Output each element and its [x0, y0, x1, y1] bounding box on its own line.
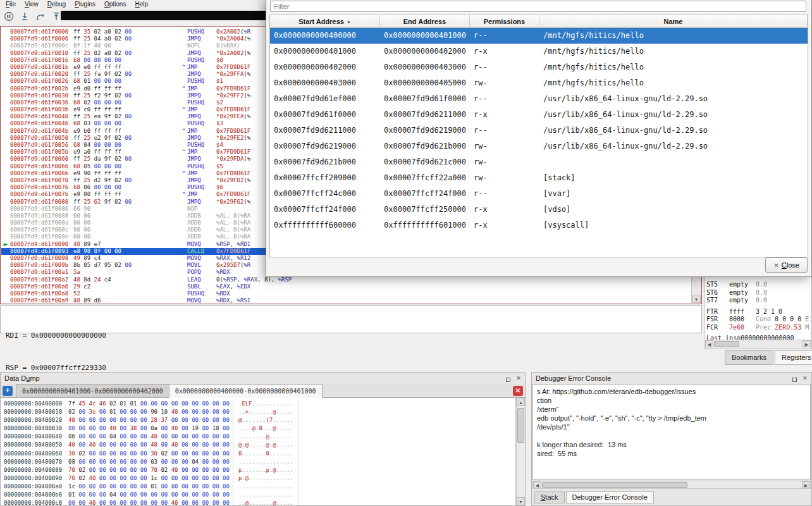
scroll-thumb[interactable]	[542, 482, 687, 488]
dump-tab-0x0000000000401000-0x0000000000402000[interactable]: 0x0000000000401000-0x0000000000402000	[16, 384, 169, 398]
error-console-title: Debugger Error Console	[536, 374, 611, 382]
memory-regions-dialog: Start Address▲End AddressPermissionsName…	[266, 0, 812, 277]
table-row[interactable]: 0x00007ffcff2090000x00007ffcff22a000rw-[…	[270, 170, 808, 186]
table-row[interactable]: 0x00007fd9d62190000x00007fd9d621b000rw-/…	[270, 139, 808, 154]
close-dock-icon[interactable]: ✕	[514, 374, 523, 383]
disasm-row[interactable]: 00007fd9:d61f00a852PUSHQ%RDX	[1, 290, 691, 297]
scroll-thumb[interactable]	[517, 408, 524, 443]
hex-row[interactable]: 00000000:0040007008 00 00 00 00 00 00 00…	[4, 458, 515, 466]
step-into-icon	[20, 15, 30, 23]
table-row[interactable]: 0x00000000004030000x0000000000405000rw-/…	[270, 75, 808, 91]
table-row[interactable]: 0x00000000004020000x0000000000403000r--/…	[270, 59, 808, 75]
hex-row[interactable]: 00000000:0040001002 00 3e 00 01 00 00 00…	[4, 408, 515, 416]
error-console-titlebar: Debugger Error Console ✕	[532, 373, 811, 384]
hex-row[interactable]: 00000000:0040003000 00 00 00 40 00 38 00…	[4, 424, 515, 433]
register-row-st7[interactable]: ST7empty0.0	[706, 297, 809, 305]
register-row-fcr[interactable]: FCR7e60Prec ZERO.53 M	[706, 324, 809, 332]
table-row[interactable]: 0x00000000004000000x0000000000401000r--/…	[270, 28, 808, 44]
table-row[interactable]: 0x00000000004010000x0000000000402000r-x/…	[270, 44, 808, 59]
tab-debugger-error-console[interactable]: Debugger Error Console	[566, 491, 654, 503]
close-dock-icon[interactable]: ✕	[801, 374, 809, 383]
regions-table-header: Start Address▲End AddressPermissionsName	[270, 15, 808, 28]
hex-row[interactable]: 00000000:0040009070 02 40 00 00 00 00 00…	[4, 474, 515, 483]
scroll-thumb[interactable]	[714, 341, 739, 347]
tab-bookmarks[interactable]: Bookmarks	[725, 350, 773, 365]
scroll-right-icon[interactable]: ▶	[802, 481, 810, 488]
menu-view[interactable]: View	[20, 0, 43, 8]
menu-debug[interactable]: Debug	[43, 0, 70, 8]
console-line: k longer than desired: 13 ms	[537, 440, 806, 449]
column-header-start-address[interactable]: Start Address▲	[270, 15, 380, 27]
step-into-button[interactable]	[18, 10, 31, 23]
hex-row[interactable]: 00000000:004000b001 00 00 00 04 00 00 00…	[4, 491, 515, 499]
menu-help[interactable]: Help	[130, 0, 152, 8]
column-header-end-address[interactable]: End Address	[380, 15, 470, 27]
tab-registers[interactable]: Registers	[775, 350, 812, 365]
register-row-ftr[interactable]: FTRffff3 2 1 0	[706, 308, 809, 316]
scroll-up-icon[interactable]: ▲	[517, 398, 525, 406]
hex-dump-view[interactable]: 00000000:004000007f 45 4c 46 02 01 01 00…	[1, 398, 516, 505]
data-dump-tabs: 0x0000000000401000-0x00000000004020000x0…	[16, 384, 322, 398]
scroll-down-icon[interactable]: ▼	[517, 497, 525, 505]
table-row[interactable]: 0x00007fd9d61ef0000x00007fd9d61f0000r--/…	[270, 91, 808, 107]
console-line: edb output", "-hold", "-e", "sh", "-c", …	[537, 414, 806, 423]
scroll-right-icon[interactable]: ▶	[803, 340, 811, 347]
console-hscrollbar[interactable]: ◀ ▶	[532, 481, 811, 489]
step-over-icon	[35, 15, 46, 23]
menu-options[interactable]: Options	[100, 0, 130, 8]
console-line	[537, 431, 806, 440]
hex-row[interactable]: 00000000:0040008070 02 00 00 00 00 00 00…	[4, 466, 515, 474]
error-console-output: s At: https://github.com/eteran/edb-debu…	[532, 384, 811, 480]
float-dock-icon[interactable]	[503, 374, 512, 383]
table-row[interactable]: 0xffffffffff6000000xffffffffff601000r-x[…	[270, 218, 808, 233]
scroll-left-icon[interactable]: ◀	[705, 340, 713, 347]
column-header-name[interactable]: Name	[539, 15, 808, 27]
registers-hscrollbar[interactable]: ◀ ▶	[705, 340, 811, 348]
hex-row[interactable]: 00000000:004000c000 00 40 00 00 00 00 00…	[4, 499, 515, 505]
disasm-row[interactable]: 00007fd9:d61f00a248 8d 24 c4LEAQ0(%RSP, …	[1, 276, 691, 283]
table-row[interactable]: 0x00007fd9d621b0000x00007fd9d621c000rw-	[270, 154, 808, 170]
table-row[interactable]: 0x00007fd9d61f00000x00007fd9d6211000r-x/…	[270, 107, 808, 123]
console-line: ction	[537, 396, 806, 405]
menu-plugins[interactable]: Plugins	[70, 0, 100, 8]
data-dump-dock: Data Dump ✕ + 0x0000000000401000-0x00000…	[0, 372, 526, 506]
dump-tab-0x0000000000400000-0x0000000000401000[interactable]: 0x0000000000400000-0x0000000000401000	[169, 384, 323, 398]
sort-ascending-icon: ▲	[347, 19, 351, 23]
register-row-st5[interactable]: ST5empty0.0	[706, 281, 809, 289]
pause-button[interactable]	[2, 10, 15, 23]
column-header-permissions[interactable]: Permissions	[470, 15, 539, 27]
close-button[interactable]: ✕Close	[765, 257, 808, 273]
console-line: s At: https://github.com/eteran/edb-debu…	[537, 387, 806, 396]
step-over-button[interactable]	[34, 10, 47, 23]
scroll-down-icon[interactable]: ▼	[692, 295, 701, 303]
table-row[interactable]: 0x00007fd9d62110000x00007fd9d6219000r--/…	[270, 123, 808, 139]
hex-row[interactable]: 00000000:0040002040 00 00 00 00 00 00 00…	[4, 416, 515, 424]
data-dump-title: Data Dump	[4, 374, 40, 382]
current-instruction-arrow-icon: ►	[4, 241, 8, 247]
disasm-row[interactable]: 00007fd9:d61f00a629 c2SUBL%EAX, %EDX	[1, 283, 691, 290]
hex-row[interactable]: 00000000:0040004006 00 00 00 04 00 00 00…	[4, 433, 515, 441]
hex-row[interactable]: 00000000:004000a01c 00 00 00 00 00 00 00…	[4, 483, 515, 491]
table-row[interactable]: 0x00007ffcff24c0000x00007ffcff24f000r--[…	[270, 186, 808, 202]
filter-input[interactable]	[270, 1, 806, 12]
instruction-info-pane: RDI = 0x0000000000000000 RSP = 0x00007ff…	[0, 305, 702, 333]
register-row-fsr[interactable]: FSR0000Cond 0 0 0 0 E	[706, 316, 809, 324]
register-row-st6[interactable]: ST6empty0.0	[706, 289, 809, 297]
close-tab-button[interactable]: ✕	[513, 386, 523, 396]
data-dump-tabstrip: + 0x0000000000401000-0x00000000004020000…	[1, 384, 525, 398]
regions-table[interactable]: Start Address▲End AddressPermissionsName…	[269, 15, 808, 257]
step-out-icon	[51, 15, 61, 23]
scroll-left-icon[interactable]: ◀	[533, 481, 541, 488]
arguments-input[interactable]	[61, 11, 268, 20]
tab-stack[interactable]: Stack	[534, 491, 565, 503]
table-row[interactable]: 0x00007ffcff24f0000x00007ffcff250000r-x[…	[270, 202, 808, 218]
disasm-row[interactable]: 00007fd9:d61f00a948 89 d6MOVQ%RDX, %RSI	[1, 297, 691, 303]
hex-row[interactable]: 00000000:0040005040 00 40 00 00 00 00 00…	[4, 441, 515, 449]
console-line: /dev/pts/1"	[537, 423, 806, 431]
add-tab-button[interactable]: +	[3, 386, 13, 396]
float-dock-icon[interactable]	[790, 374, 799, 383]
hex-row[interactable]: 00000000:0040006030 02 00 00 00 00 00 00…	[4, 450, 515, 458]
hex-dump-scrollbar[interactable]: ▲ ▼	[516, 398, 525, 505]
hex-row[interactable]: 00000000:004000007f 45 4c 46 02 01 01 00…	[4, 400, 515, 408]
menu-file[interactable]: File	[1, 0, 20, 8]
